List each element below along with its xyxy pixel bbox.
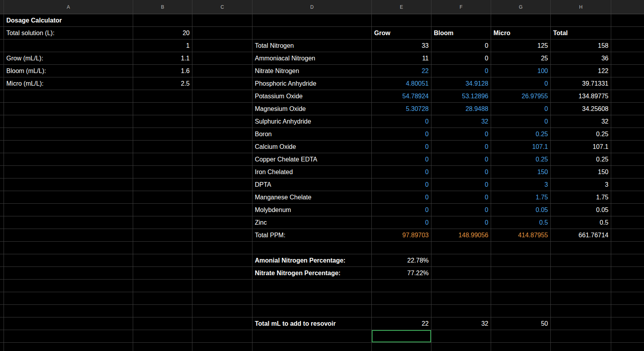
cell-A21[interactable] (4, 267, 133, 280)
cell-A11[interactable] (4, 141, 133, 153)
cell-E7[interactable]: 54.78924 (372, 90, 431, 103)
cell-B4[interactable]: 1.1 (133, 52, 192, 65)
cell-G15[interactable]: 1.75 (491, 191, 551, 204)
column-header-H[interactable]: H (551, 0, 611, 14)
cell-C27[interactable] (192, 343, 252, 351)
cell-H10[interactable]: 0.25 (551, 128, 611, 141)
cell-C7[interactable] (192, 90, 252, 103)
cell-C23[interactable] (192, 292, 252, 305)
cell-F14[interactable]: 0 (431, 178, 491, 191)
cell-C18[interactable] (192, 229, 252, 242)
cell-E19[interactable] (372, 242, 431, 254)
cell-D19[interactable] (252, 242, 372, 254)
cell-H9[interactable]: 32 (551, 115, 611, 128)
cell-D14[interactable]: DPTA (252, 178, 372, 191)
cell-G20[interactable] (491, 254, 551, 267)
cell-B20[interactable] (133, 254, 192, 267)
cell-B11[interactable] (133, 141, 192, 153)
column-header-E[interactable]: E (372, 0, 431, 14)
cell-G14[interactable]: 3 (491, 178, 551, 191)
cell-D4[interactable]: Ammoniacal Nitrogen (252, 52, 372, 65)
cell-F17[interactable]: 0 (431, 216, 491, 229)
cell-E13[interactable]: 0 (372, 166, 431, 178)
cell-C1[interactable] (192, 14, 252, 27)
cell-D10[interactable]: Boron (252, 128, 372, 141)
cell-H12[interactable]: 0.25 (551, 153, 611, 166)
cell-G11[interactable]: 107.1 (491, 141, 551, 153)
cell-B2[interactable]: 20 (133, 27, 192, 39)
cell-G13[interactable]: 150 (491, 166, 551, 178)
cell-G6[interactable]: 0 (491, 77, 551, 90)
cell-G4[interactable]: 25 (491, 52, 551, 65)
cell-C4[interactable] (192, 52, 252, 65)
cell-G18[interactable]: 414.87955 (491, 229, 551, 242)
cell-A15[interactable] (4, 191, 133, 204)
cell-H26[interactable] (551, 330, 611, 343)
cell-D1[interactable] (252, 14, 372, 27)
cell-G3[interactable]: 125 (491, 39, 551, 52)
cell-D2[interactable] (252, 27, 372, 39)
cell-D7[interactable]: Potassium Oxide (252, 90, 372, 103)
cell-F18[interactable]: 148.99056 (431, 229, 491, 242)
cell-E5[interactable]: 22 (372, 65, 431, 77)
cell-G9[interactable]: 0 (491, 115, 551, 128)
cell-B7[interactable] (133, 90, 192, 103)
cell-G1[interactable] (491, 14, 551, 27)
cell-E18[interactable]: 97.89703 (372, 229, 431, 242)
cell-D25[interactable]: Total mL to add to resovoir (252, 317, 372, 330)
cell-D21[interactable]: Nitrate Nitrogen Percentage: (252, 267, 372, 280)
cell-H19[interactable] (551, 242, 611, 254)
cell-H1[interactable] (551, 14, 611, 27)
cell-E23[interactable] (372, 292, 431, 305)
cell-G19[interactable] (491, 242, 551, 254)
column-header-F[interactable]: F (431, 0, 491, 14)
cell-E4[interactable]: 11 (372, 52, 431, 65)
cell-G7[interactable]: 26.97955 (491, 90, 551, 103)
cell-A14[interactable] (4, 178, 133, 191)
cell-H8[interactable]: 34.25608 (551, 103, 611, 115)
cell-C17[interactable] (192, 216, 252, 229)
cell-F5[interactable]: 0 (431, 65, 491, 77)
cell-B3[interactable]: 1 (133, 39, 192, 52)
cell-C13[interactable] (192, 166, 252, 178)
cell-D24[interactable] (252, 305, 372, 317)
cell-B12[interactable] (133, 153, 192, 166)
cell-C20[interactable] (192, 254, 252, 267)
cell-F13[interactable]: 0 (431, 166, 491, 178)
cell-B15[interactable] (133, 191, 192, 204)
cell-A24[interactable] (4, 305, 133, 317)
cell-A19[interactable] (4, 242, 133, 254)
cell-C22[interactable] (192, 280, 252, 292)
cell-F8[interactable]: 28.9488 (431, 103, 491, 115)
cell-E20[interactable]: 22.78% (372, 254, 431, 267)
cell-E12[interactable]: 0 (372, 153, 431, 166)
column-header-C[interactable]: C (192, 0, 252, 14)
cell-H20[interactable] (551, 254, 611, 267)
cell-D18[interactable]: Total PPM: (252, 229, 372, 242)
cell-D5[interactable]: Nitrate Nitrogen (252, 65, 372, 77)
cell-B21[interactable] (133, 267, 192, 280)
cell-H16[interactable]: 0.05 (551, 204, 611, 216)
cell-C9[interactable] (192, 115, 252, 128)
cell-H24[interactable] (551, 305, 611, 317)
cell-H23[interactable] (551, 292, 611, 305)
cell-F9[interactable]: 32 (431, 115, 491, 128)
column-header-A[interactable]: A (4, 0, 133, 14)
cell-D11[interactable]: Calcium Oxide (252, 141, 372, 153)
cell-E16[interactable]: 0 (372, 204, 431, 216)
cell-B26[interactable] (133, 330, 192, 343)
cell-E17[interactable]: 0 (372, 216, 431, 229)
cell-D27[interactable] (252, 343, 372, 351)
cell-H22[interactable] (551, 280, 611, 292)
cell-F21[interactable] (431, 267, 491, 280)
cell-E11[interactable]: 0 (372, 141, 431, 153)
cell-E6[interactable]: 4.80051 (372, 77, 431, 90)
column-header-D[interactable]: D (252, 0, 372, 14)
cell-H27[interactable] (551, 343, 611, 351)
cell-C26[interactable] (192, 330, 252, 343)
cell-F2[interactable]: Bloom (431, 27, 491, 39)
column-header-G[interactable]: G (491, 0, 551, 14)
cell-C2[interactable] (192, 27, 252, 39)
cell-C21[interactable] (192, 267, 252, 280)
cell-B16[interactable] (133, 204, 192, 216)
